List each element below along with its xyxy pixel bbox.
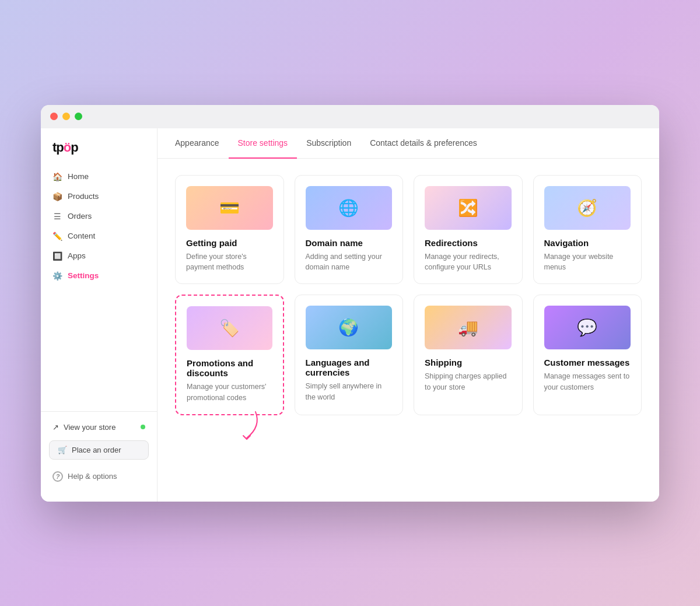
card-promotions-title: Promotions and discounts [187,358,272,378]
view-store-label: View your store [64,423,116,432]
app-body: tpöp 🏠 Home 📦 Products ☰ Orders ✏️ Conte… [41,128,659,502]
online-indicator [141,425,145,429]
shipping-icon: 🚚 [458,318,478,337]
card-navigation-desc: Manage your website menus [544,251,631,274]
sidebar-item-settings-label: Settings [68,271,99,280]
content-icon: ✏️ [52,232,62,241]
card-navigation-title: Navigation [544,238,631,248]
sidebar-item-content[interactable]: ✏️ Content [41,226,157,246]
tab-subscription[interactable]: Subscription [297,129,360,159]
cart-icon: 🛒 [58,446,67,454]
card-getting-paid[interactable]: 💳 Getting paid Define your store's payme… [175,175,284,285]
sidebar-item-apps[interactable]: 🔲 Apps [41,246,157,266]
sidebar-item-apps-label: Apps [68,251,86,260]
traffic-lights [50,113,82,120]
sidebar-item-orders-label: Orders [68,212,92,220]
card-customer-image: 💬 [544,306,631,349]
card-languages[interactable]: 🌍 Languages and currencies Simply sell a… [295,295,404,415]
logo: tpöp [41,140,157,167]
sidebar-bottom: ↗ View your store 🛒 Place an order ? Hel… [41,411,157,490]
card-navigation[interactable]: 🧭 Navigation Manage your website menus [533,175,642,285]
logo-accent: ö [64,140,71,155]
languages-icon: 🌍 [338,318,359,337]
settings-cards-grid: 💳 Getting paid Define your store's payme… [175,175,642,415]
navigation-icon: 🧭 [577,198,597,218]
card-shipping-title: Shipping [425,358,512,367]
card-shipping-image: 🚚 [425,306,512,349]
sidebar-item-products-label: Products [68,192,99,201]
main-content: Appearance Store settings Subscription C… [158,128,659,502]
card-domain-desc: Adding and setting your domain name [306,251,393,274]
card-getting-paid-image: 💳 [186,186,273,230]
redirections-icon: 🔀 [458,198,478,218]
card-shipping[interactable]: 🚚 Shipping Shipping charges applied to y… [414,295,523,415]
card-getting-paid-title: Getting paid [186,238,273,248]
place-order-label: Place an order [72,446,121,454]
card-redirections-image: 🔀 [425,186,512,230]
help-icon: ? [52,471,63,482]
card-shipping-desc: Shipping charges applied to your store [425,371,512,393]
card-getting-paid-desc: Define your store's payment methods [186,251,273,274]
minimize-button[interactable] [62,113,70,120]
orders-icon: ☰ [52,212,62,221]
maximize-button[interactable] [75,113,82,120]
card-promotions[interactable]: 🏷️ Promotions and discounts Manage your … [175,295,284,415]
card-redirections-title: Redirections [425,238,512,248]
help-label: Help & options [68,472,117,481]
tab-store-settings[interactable]: Store settings [229,129,298,159]
card-languages-title: Languages and currencies [306,358,393,377]
card-promotions-image: 🏷️ [187,306,272,350]
card-customer-desc: Manage messages sent to your customers [544,371,631,393]
card-languages-image: 🌍 [306,306,393,349]
sidebar-item-orders[interactable]: ☰ Orders [41,206,157,226]
promotions-icon: 🏷️ [219,318,240,338]
card-navigation-image: 🧭 [544,186,631,230]
tab-appearance[interactable]: Appearance [175,129,229,159]
sidebar-item-products[interactable]: 📦 Products [41,187,157,206]
view-store-link[interactable]: ↗ View your store [41,418,157,437]
sidebar-item-content-label: Content [68,232,95,240]
titlebar [41,105,659,128]
card-languages-desc: Simply sell anywhere in the world [306,381,393,403]
apps-icon: 🔲 [52,251,62,261]
sidebar-item-home[interactable]: 🏠 Home [41,167,157,187]
sidebar-item-settings[interactable]: ⚙️ Settings [41,266,157,286]
place-order-button[interactable]: 🛒 Place an order [49,440,149,460]
help-options-link[interactable]: ? Help & options [41,463,157,490]
tab-contact-details[interactable]: Contact details & preferences [360,129,487,159]
sidebar-item-home-label: Home [68,172,89,181]
customer-messages-icon: 💬 [577,318,597,337]
products-icon: 📦 [52,192,62,201]
close-button[interactable] [50,113,58,120]
domain-icon: 🌐 [338,198,359,218]
card-customer-title: Customer messages [544,358,631,367]
getting-paid-icon: 💳 [219,198,240,218]
card-domain-title: Domain name [306,238,393,248]
home-icon: 🏠 [52,172,62,181]
content-area: 💳 Getting paid Define your store's payme… [158,159,659,502]
sidebar: tpöp 🏠 Home 📦 Products ☰ Orders ✏️ Conte… [41,128,158,502]
app-window: tpöp 🏠 Home 📦 Products ☰ Orders ✏️ Conte… [41,105,659,502]
card-promotions-desc: Manage your customers' promotional codes [187,381,272,404]
card-redirections-desc: Manage your redirects, configure your UR… [425,251,512,274]
tabs-bar: Appearance Store settings Subscription C… [158,128,659,159]
card-domain-name[interactable]: 🌐 Domain name Adding and setting your do… [295,175,404,285]
settings-icon: ⚙️ [52,271,62,281]
card-domain-image: 🌐 [306,186,393,230]
card-redirections[interactable]: 🔀 Redirections Manage your redirects, co… [414,175,523,285]
arrow-indicator [223,409,270,443]
card-customer-messages[interactable]: 💬 Customer messages Manage messages sent… [533,295,642,415]
